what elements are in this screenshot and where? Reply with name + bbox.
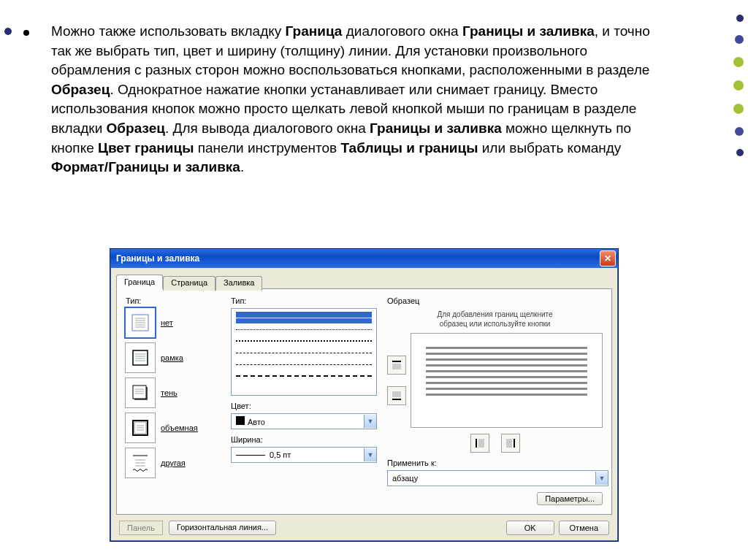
type-label: Тип: <box>126 296 221 305</box>
decoration-dots-left <box>4 28 12 35</box>
svg-rect-12 <box>133 386 146 399</box>
dialog-titlebar[interactable]: Границы и заливка ✕ <box>110 249 618 268</box>
svg-rect-32 <box>506 439 512 448</box>
type-3d-label: объемная <box>161 423 198 432</box>
border-type-shadow[interactable] <box>126 378 155 407</box>
type-none-label: нет <box>161 318 173 327</box>
svg-rect-30 <box>478 439 484 448</box>
borders-shading-dialog: Границы и заливка ✕ Граница Страница Зал… <box>110 248 619 542</box>
color-label: Цвет: <box>231 402 377 410</box>
svg-rect-31 <box>514 439 515 448</box>
tab-fill[interactable]: Заливка <box>215 276 262 291</box>
border-type-none[interactable] <box>126 308 155 337</box>
svg-rect-26 <box>392 364 401 369</box>
width-label: Ширина: <box>231 435 377 444</box>
cancel-button[interactable]: Отмена <box>559 521 609 535</box>
svg-rect-29 <box>476 439 477 448</box>
chevron-down-icon: ▼ <box>364 448 376 461</box>
svg-rect-28 <box>392 391 401 397</box>
type-shadow-label: тень <box>161 388 178 397</box>
ok-button[interactable]: OK <box>506 521 554 535</box>
svg-rect-25 <box>392 361 401 362</box>
sample-label: Образец <box>387 296 603 305</box>
dialog-title: Границы и заливка <box>116 253 199 264</box>
border-bottom-button[interactable] <box>387 386 406 405</box>
close-icon[interactable]: ✕ <box>600 250 616 266</box>
border-right-button[interactable] <box>501 434 520 453</box>
bullet-icon <box>23 30 29 36</box>
tab-border[interactable]: Граница <box>116 275 163 289</box>
apply-to-combo[interactable]: абзацу ▼ <box>387 470 608 486</box>
svg-rect-27 <box>392 399 401 400</box>
border-type-3d[interactable] <box>126 413 155 442</box>
border-left-button[interactable] <box>470 434 489 453</box>
horizontal-line-button[interactable]: Горизонтальная линия... <box>169 521 276 535</box>
tab-page[interactable]: Страница <box>163 276 215 291</box>
options-button[interactable]: Параметры... <box>537 492 603 505</box>
border-type-custom[interactable] <box>126 448 155 477</box>
border-type-box[interactable] <box>126 343 155 372</box>
border-top-button[interactable] <box>387 356 406 375</box>
chevron-down-icon: ▼ <box>595 472 608 485</box>
type-custom-label: другая <box>161 459 186 467</box>
decoration-dots-right <box>733 15 744 169</box>
style-label: Тип: <box>231 296 377 305</box>
panel-button[interactable]: Панель <box>119 521 163 535</box>
line-style-list[interactable] <box>231 308 377 396</box>
apply-to-label: Применить к: <box>387 459 603 467</box>
chevron-down-icon: ▼ <box>364 415 376 428</box>
type-box-label: рамка <box>161 353 183 362</box>
sample-hint: Для добавления границ щелкнитеобразец ил… <box>387 310 603 329</box>
paragraph-text: Можно также использовать вкладку Граница… <box>51 22 657 177</box>
sample-preview[interactable] <box>411 333 603 428</box>
width-combo[interactable]: 0,5 пт ▼ <box>231 447 377 463</box>
svg-rect-6 <box>133 350 148 365</box>
color-combo[interactable]: Авто ▼ <box>231 413 377 429</box>
